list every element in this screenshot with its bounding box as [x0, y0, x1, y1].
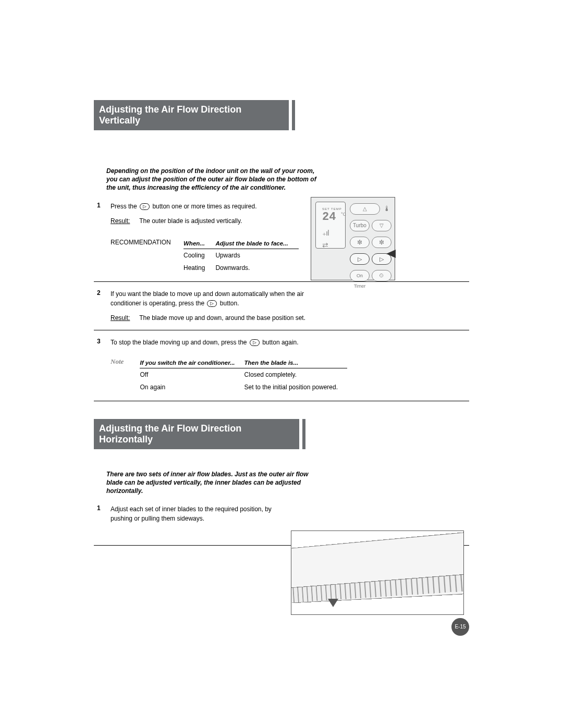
note-closed: Closed completely.: [244, 368, 347, 381]
swing-button-icon: ▷: [140, 203, 150, 210]
rec-cooling: Cooling: [183, 249, 215, 262]
step-number: 1: [97, 202, 101, 209]
turbo-button: Turbo: [350, 220, 370, 231]
temperature-display: 24: [322, 211, 336, 224]
note-initial: Set to the initial position powered.: [244, 381, 347, 393]
note-head-if: If you switch the air conditioner...: [140, 357, 244, 368]
intro-vertical: Depending on the position of the indoor …: [106, 167, 325, 192]
down-arrow-icon: [328, 599, 338, 607]
swing-button: ▷: [350, 253, 370, 265]
heading-vertical: Adjusting the Air Flow Direction Vertica…: [94, 100, 292, 130]
fan-button: [372, 237, 391, 248]
sec2-step-1: 1 Adjust each set of inner blades to the…: [94, 504, 469, 523]
step1-text-b: button one or more times as required.: [152, 203, 256, 210]
clock-button: ⏲: [372, 270, 391, 281]
sec2-step1-text: Adjust each set of inner blades to the r…: [111, 504, 288, 523]
rec-head-adjust: Adjust the blade to face...: [215, 238, 298, 249]
recommendation-block: RECOMMENDATION When... Adjust the blade …: [111, 237, 469, 274]
result-label: Result:: [111, 313, 138, 323]
divider: [94, 330, 469, 330]
manual-page: Adjusting the Air Flow Direction Vertica…: [94, 100, 469, 553]
swing-button-icon: ▷: [207, 300, 217, 307]
heading-horizontal: Adjusting the Air Flow Direction Horizon…: [94, 419, 302, 449]
step3-text-a: To stop the blade moving up and down, pr…: [111, 339, 249, 346]
note-off: Off: [140, 368, 244, 381]
result-label: Result:: [111, 216, 138, 226]
step2-text-b: button.: [220, 300, 239, 307]
intro-horizontal: There are two sets of inner air flow bla…: [106, 470, 325, 496]
remote-control-illustration: SET TEMP 24 °C ₊ıl ⇄ 🌡 Turbo ▷ ▷ On Time…: [311, 197, 395, 280]
note-onagain: On again: [140, 381, 244, 393]
recommendation-table: When... Adjust the blade to face... Cool…: [183, 238, 299, 274]
temp-down-button: [372, 220, 391, 231]
note-head-then: Then the blade is...: [244, 357, 347, 368]
fan-speed-icon: ₊ıl: [322, 228, 329, 238]
step-number: 2: [97, 289, 101, 297]
rec-head-when: When...: [183, 238, 215, 249]
swing-button-icon: ▷: [250, 339, 260, 346]
step1-result: The outer blade is adjusted vertically.: [139, 217, 242, 225]
note-table: If you switch the air conditioner... The…: [140, 357, 347, 393]
swing-indicator-icon: ⇄: [322, 241, 328, 249]
divider: [94, 281, 469, 282]
temperature-unit: °C: [341, 212, 346, 217]
remote-lcd: SET TEMP 24 °C ₊ıl ⇄: [315, 202, 346, 249]
rec-upwards: Upwards: [215, 249, 298, 262]
step-number: 1: [97, 504, 101, 512]
step3-text-b: button again.: [262, 339, 298, 346]
page-number-badge: E-15: [451, 618, 469, 636]
recommendation-label: RECOMMENDATION: [111, 239, 171, 246]
step1-text-a: Press the: [111, 203, 139, 210]
step-3: 3 To stop the blade moving up and down, …: [94, 338, 469, 347]
pointer-arrow-icon: [386, 250, 396, 258]
divider: [94, 401, 469, 401]
step2-result: The blade move up and down, around the b…: [139, 314, 305, 322]
temp-up-button: [350, 203, 380, 215]
mode-button: [350, 237, 370, 248]
on-timer-button: On Timer: [350, 270, 370, 281]
step-2: 2 If you want the blade to move up and d…: [94, 289, 469, 323]
rec-downwards: Downwards.: [215, 262, 298, 274]
thermometer-icon: 🌡: [382, 201, 391, 217]
note-label: Note: [111, 357, 133, 366]
step-1: 1 Press the ▷ button one or more times a…: [94, 202, 469, 226]
note-block: Note If you switch the air conditioner..…: [111, 357, 469, 393]
rec-heating: Heating: [183, 262, 215, 274]
step-number: 3: [97, 338, 101, 345]
indoor-unit-illustration: [291, 530, 464, 615]
